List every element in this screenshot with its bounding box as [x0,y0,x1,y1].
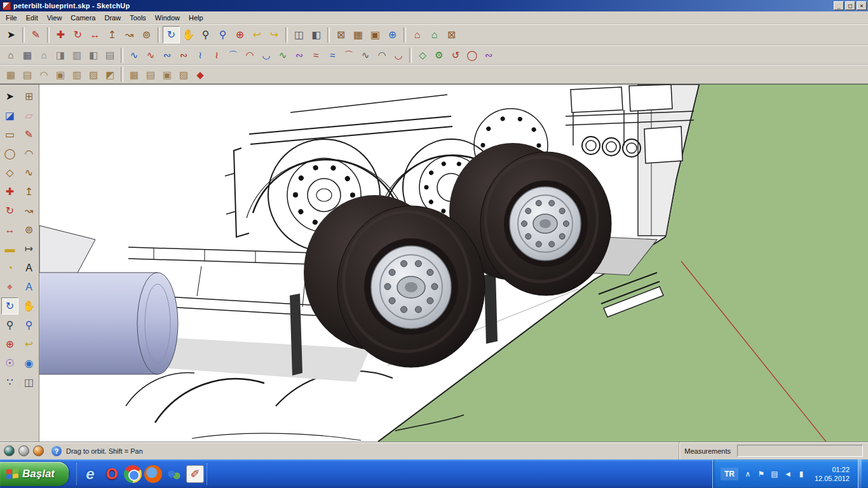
restore-button[interactable]: □ [845,1,855,10]
left-view-button[interactable]: ◧ [85,47,102,63]
internet-explorer-launcher[interactable]: e [81,464,100,484]
paint-bucket-tool[interactable]: ◪ [1,107,18,124]
follow-me-tool-button[interactable]: ↝ [121,26,138,43]
network-tray-icon[interactable]: ▮ [796,470,806,478]
menu-edit[interactable]: Edit [22,12,43,24]
zoom-extents-tool[interactable]: ⊕ [1,336,18,353]
sandbox-smoove-button[interactable]: ◠ [36,67,52,83]
iso-view-button[interactable]: ⌂ [3,47,19,63]
opera-launcher[interactable]: O [102,464,121,484]
menu-draw[interactable]: Draw [100,12,125,24]
f-spline-tool-button[interactable]: ⌒ [225,47,241,63]
pan-tool-button[interactable]: ✋ [180,26,197,43]
loop-shape-tool-button[interactable]: ↺ [447,47,464,63]
line-tool-button[interactable]: ✎ [27,26,44,43]
cubic-bezier-tool-button[interactable]: ∾ [159,47,175,63]
menu-camera[interactable]: Camera [66,12,100,24]
orbit-tool[interactable]: ↻ [1,297,18,315]
interpolate-curve-tool-button[interactable]: ≈ [324,47,341,63]
section-plane-tool-button[interactable]: ◫ [290,26,308,43]
line-tool[interactable]: ✎ [20,126,37,143]
terrain-mesh-button[interactable]: ▤ [142,67,159,83]
protractor-tool[interactable]: ◔ [1,259,18,276]
messenger-launcher[interactable]: ☻ [165,464,184,484]
curvy-polyline-tool-button[interactable]: ∾ [291,47,308,63]
preview-in-google-earth-button[interactable]: ⊕ [384,26,401,43]
look-around-tool[interactable]: ◉ [20,355,37,372]
push-pull-tool-button[interactable]: ↥ [104,26,121,43]
oval-shape-tool-button[interactable]: ◯ [464,47,480,63]
photo-textures-button[interactable]: ▣ [367,26,384,43]
zoom-window-tool-button[interactable]: ⚲ [214,26,231,43]
follow-me-tool[interactable]: ↝ [20,202,37,219]
offset-tool-button[interactable]: ⊚ [138,26,155,43]
measurements-input[interactable] [737,445,863,457]
geolocation-status-icon[interactable] [4,445,15,456]
clipboard-tray-icon[interactable]: ▤ [770,470,780,478]
axes-tool[interactable]: ⌖ [1,278,18,295]
toggle-terrain-button[interactable]: ▦ [349,26,367,43]
quadratic-bspline-tool-button[interactable]: ≀ [192,47,208,63]
terrain-triangulate-button[interactable]: ◆ [192,67,208,83]
previous-view-tool[interactable]: ↩ [20,336,37,353]
components-button[interactable]: ⊠ [443,26,460,43]
divide-curve-tool-button[interactable]: ◡ [390,47,407,63]
move-tool[interactable]: ✚ [1,183,18,200]
freeform-shape-tool-button[interactable]: ∾ [480,47,497,63]
terrain-erase-button[interactable]: ▨ [175,67,192,83]
start-button[interactable]: Başlat [0,462,69,486]
offset-tool[interactable]: ⊚ [20,221,37,238]
sandbox-flip-edge-button[interactable]: ◩ [102,67,118,83]
previous-view-button[interactable]: ↩ [248,26,266,43]
menu-view[interactable]: View [43,12,67,24]
close-button[interactable]: × [857,1,867,10]
polygon-shape-tool-button[interactable]: ◇ [414,47,431,63]
smooth-curve-tool-button[interactable]: ⌒ [341,47,357,63]
chrome-launcher[interactable] [124,465,142,483]
walk-tool[interactable]: ∵ [1,374,18,391]
bottom-view-button[interactable]: ▤ [102,47,118,63]
sandbox-from-scratch-button[interactable]: ▤ [19,67,36,83]
bezier-polyline-tool-button[interactable]: ◠ [241,47,258,63]
eraser-tool[interactable]: ▱ [20,107,37,124]
menu-file[interactable]: File [1,12,22,24]
top-view-button[interactable]: ▦ [19,47,36,63]
bezier-classic-tool-button[interactable]: ∿ [126,47,142,63]
orbit-tool-button[interactable]: ↻ [163,26,180,43]
convert-curve-tool-button[interactable]: ◠ [374,47,390,63]
next-view-button[interactable]: ↪ [266,26,283,43]
help-icon[interactable]: ? [51,446,62,456]
push-pull-tool[interactable]: ↥ [20,183,37,200]
text-tool[interactable]: A [20,259,37,276]
get-models-button[interactable]: ⌂ [409,26,426,43]
segment-curve-tool-button[interactable]: ∿ [275,47,291,63]
circle-tool[interactable]: ◯ [1,145,18,162]
edit-curve-tool-button[interactable]: ∿ [357,47,374,63]
3d-text-tool[interactable]: A [20,278,37,295]
zoom-tool[interactable]: ⚲ [1,316,18,334]
back-view-button[interactable]: ▥ [69,47,85,63]
rectangle-tool[interactable]: ▭ [1,126,18,143]
zoom-window-tool[interactable]: ⚲ [20,316,37,334]
select-tool[interactable]: ➤ [1,88,18,105]
share-model-button[interactable]: ⌂ [426,26,443,43]
section-cuts-toggle-button[interactable]: ◧ [308,26,325,43]
zoom-tool-button[interactable]: ⚲ [197,26,214,43]
freehand-tool[interactable]: ∿ [20,164,37,181]
scale-tool[interactable]: ↔ [1,221,18,238]
notification-flag-icon[interactable]: ⚑ [756,470,766,478]
arc-tool[interactable]: ◠ [20,145,37,162]
right-view-button[interactable]: ◨ [52,47,69,63]
firefox-launcher[interactable] [144,465,162,483]
scale-tool-button[interactable]: ↔ [86,26,104,43]
select-tool-button[interactable]: ➤ [3,26,20,43]
sandbox-from-contours-button[interactable]: ▦ [3,67,19,83]
modeling-viewport[interactable] [39,85,868,442]
notes-launcher[interactable]: ✐ [186,465,204,483]
rotate-tool[interactable]: ↻ [1,202,18,219]
rotate-tool-button[interactable]: ↻ [69,26,86,43]
minimize-button[interactable]: _ [834,1,844,10]
position-camera-tool[interactable]: ☉ [1,355,18,372]
sandbox-stamp-button[interactable]: ▣ [52,67,69,83]
spiral-curve-tool-button[interactable]: ≈ [308,47,324,63]
